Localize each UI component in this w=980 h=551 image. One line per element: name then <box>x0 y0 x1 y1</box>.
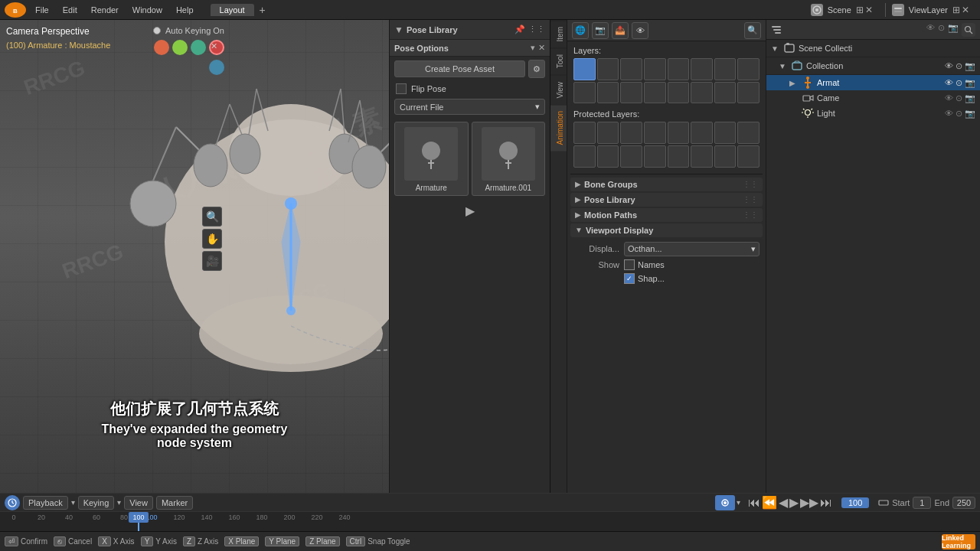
outliner-filter-select[interactable]: ⊙ <box>938 23 945 37</box>
layer-cell-11[interactable] <box>620 82 642 104</box>
outliner-filter-eye[interactable]: 👁 <box>926 23 935 37</box>
pose-opts-close[interactable]: ✕ <box>538 43 545 53</box>
armat-visibility[interactable]: 👁 <box>945 78 953 88</box>
sidebar-tab-animation[interactable]: Animation <box>550 104 567 151</box>
color-btn-close[interactable]: ✕ <box>209 40 224 55</box>
viewport-display-header[interactable]: ▼ Viewport Display <box>570 223 763 237</box>
layer-cell-13[interactable] <box>668 82 690 104</box>
view-menu[interactable]: View <box>124 496 153 510</box>
light-select[interactable]: ⊙ <box>956 109 962 119</box>
color-btn-red[interactable] <box>154 40 169 55</box>
viewlayer-name[interactable]: ViewLayer <box>909 5 948 15</box>
display-value-dropdown[interactable]: Octhan... ▾ <box>624 242 760 256</box>
current-frame-display[interactable]: 100 <box>841 497 869 508</box>
prot-layer-7[interactable] <box>714 122 737 144</box>
show-names-checkbox[interactable] <box>624 259 635 270</box>
layer-cell-5[interactable] <box>668 58 690 80</box>
sidebar-tab-view[interactable]: View <box>550 75 567 105</box>
tree-item-light[interactable]: Light 👁 ⊙ 📷 <box>766 106 980 121</box>
layer-cell-8[interactable] <box>737 58 760 80</box>
outliner-search-icon[interactable] <box>962 23 975 37</box>
bone-groups-section[interactable]: ▶ Bone Groups ⋮⋮ <box>570 178 763 191</box>
timeline-mode-btn[interactable] <box>715 495 735 510</box>
create-pose-asset-btn[interactable]: Create Pose Asset <box>394 60 525 77</box>
motion-paths-section[interactable]: ▶ Motion Paths ⋮⋮ <box>570 208 763 222</box>
prot-layer-12[interactable] <box>644 145 666 168</box>
camera-tool[interactable]: 🎥 <box>202 251 222 271</box>
hand-tool[interactable]: ✋ <box>202 229 222 249</box>
scene-name[interactable]: Scene <box>828 5 851 15</box>
pose-item-armature[interactable]: Armature <box>394 122 469 196</box>
step-back[interactable]: ◀ <box>779 495 788 510</box>
pose-play-btn[interactable]: ▶ <box>466 204 475 218</box>
add-workspace-tab[interactable]: + <box>256 3 270 17</box>
prev-keyframe[interactable]: ⏪ <box>762 495 777 510</box>
color-btn-teal[interactable] <box>191 40 206 55</box>
create-pose-options[interactable]: ⚙ <box>528 60 545 78</box>
layer-cell-1[interactable] <box>573 58 596 80</box>
light-visibility[interactable]: 👁 <box>945 109 953 119</box>
pose-library-collapse[interactable]: ▼ <box>394 24 403 35</box>
layer-cell-7[interactable] <box>714 58 737 80</box>
current-file-dropdown[interactable]: Current File ▾ <box>394 99 545 115</box>
viewport[interactable]: RRCG 人人素材 RRCG 人人素材 RRCG Camera Perspect… <box>0 20 389 511</box>
layer-cell-9[interactable] <box>573 82 596 104</box>
prot-layer-2[interactable] <box>597 122 619 144</box>
viewlayer-menu-icon[interactable]: ⊞ <box>952 5 960 15</box>
prot-layer-6[interactable] <box>691 122 713 144</box>
prot-layer-1[interactable] <box>573 122 596 144</box>
layer-cell-14[interactable] <box>691 82 713 104</box>
sidebar-tab-item[interactable]: Item <box>550 20 567 47</box>
pose-opts-dropdown[interactable]: ▾ <box>531 43 535 53</box>
jump-to-start[interactable]: ⏮ <box>748 496 760 510</box>
layer-cell-15[interactable] <box>714 82 737 104</box>
collection-visibility[interactable]: 👁 <box>945 61 953 71</box>
prot-layer-4[interactable] <box>644 122 666 144</box>
start-frame[interactable]: 1 <box>913 497 931 509</box>
zoom-tool[interactable]: 🔍 <box>202 207 222 227</box>
collection-select[interactable]: ⊙ <box>956 61 962 71</box>
prot-layer-5[interactable] <box>668 122 690 144</box>
collection-render[interactable]: 📷 <box>965 61 975 71</box>
pose-panel-pin[interactable]: 📌 <box>514 24 525 34</box>
props-icon-scene[interactable]: 🌐 <box>572 22 589 39</box>
layer-cell-12[interactable] <box>644 82 666 104</box>
menu-file[interactable]: File <box>29 4 55 16</box>
marker-menu[interactable]: Marker <box>156 496 193 510</box>
menu-help[interactable]: Help <box>170 4 200 16</box>
color-btn-blue[interactable] <box>209 60 224 75</box>
shapes-checkbox[interactable]: ✓ <box>624 273 635 284</box>
prot-layer-14[interactable] <box>691 145 713 168</box>
scene-menu-icon[interactable]: ⊞ <box>856 5 864 15</box>
workspace-tab-layout[interactable]: Layout <box>211 4 254 16</box>
scene-close-icon[interactable]: ✕ <box>865 5 873 15</box>
collection-arrow[interactable]: ▼ <box>779 62 788 70</box>
outliner-filter-render[interactable]: 📷 <box>948 23 959 37</box>
armat-render[interactable]: 📷 <box>965 78 975 88</box>
pose-library-section-props[interactable]: ▶ Pose Library ⋮⋮ <box>570 193 763 207</box>
props-icon-render[interactable]: 📷 <box>592 22 609 39</box>
light-render[interactable]: 📷 <box>965 109 975 119</box>
props-search[interactable]: 🔍 <box>744 22 761 39</box>
keying-menu[interactable]: Keying <box>78 496 115 510</box>
layer-cell-6[interactable] <box>691 58 713 80</box>
layer-cell-2[interactable] <box>597 58 619 80</box>
color-btn-green[interactable] <box>172 40 188 55</box>
jump-to-end[interactable]: ⏭ <box>820 496 832 510</box>
pose-panel-menu[interactable]: ⋮⋮ <box>528 24 545 34</box>
prot-layer-13[interactable] <box>668 145 690 168</box>
prot-layer-3[interactable] <box>620 122 642 144</box>
playback-dropdown[interactable]: ▾ <box>71 498 75 507</box>
cam-select[interactable]: ⊙ <box>956 93 962 103</box>
mode-dropdown[interactable]: ▾ <box>737 498 740 507</box>
prot-layer-16[interactable] <box>737 145 760 168</box>
scene-coll-arrow[interactable]: ▼ <box>771 44 780 53</box>
layer-cell-4[interactable] <box>644 58 666 80</box>
timeline-clock-icon[interactable] <box>5 495 20 510</box>
playback-menu[interactable]: Playback <box>23 496 68 510</box>
menu-window[interactable]: Window <box>126 4 168 16</box>
armat-select[interactable]: ⊙ <box>956 78 962 88</box>
viewlayer-close-icon[interactable]: ✕ <box>962 5 969 15</box>
layer-cell-16[interactable] <box>737 82 760 104</box>
end-frame[interactable]: 250 <box>952 497 975 509</box>
